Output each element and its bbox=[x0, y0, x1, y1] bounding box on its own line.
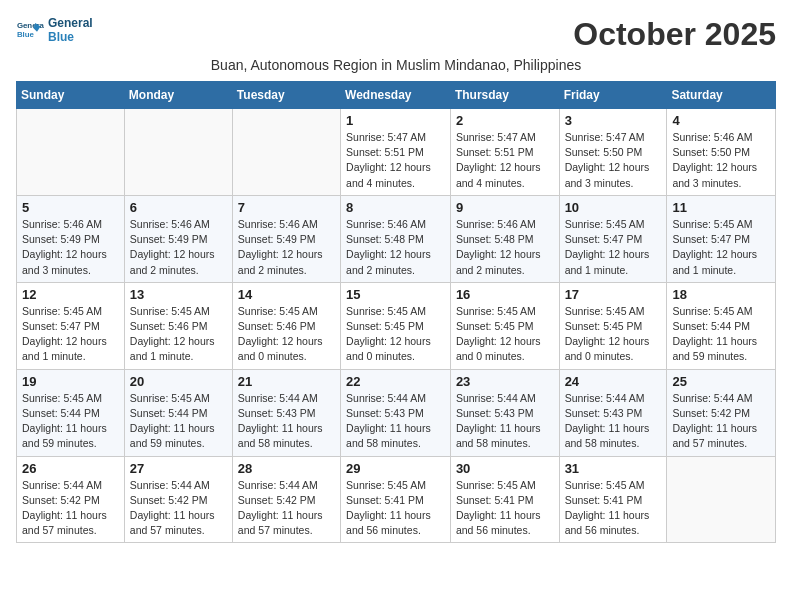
weekday-header-thursday: Thursday bbox=[450, 82, 559, 109]
day-number: 11 bbox=[672, 200, 770, 215]
day-info: Sunrise: 5:44 AMSunset: 5:42 PMDaylight:… bbox=[22, 478, 119, 539]
calendar-cell: 30Sunrise: 5:45 AMSunset: 5:41 PMDayligh… bbox=[450, 456, 559, 543]
calendar-cell: 23Sunrise: 5:44 AMSunset: 5:43 PMDayligh… bbox=[450, 369, 559, 456]
day-info: Sunrise: 5:46 AMSunset: 5:49 PMDaylight:… bbox=[130, 217, 227, 278]
day-number: 17 bbox=[565, 287, 662, 302]
calendar-table: SundayMondayTuesdayWednesdayThursdayFrid… bbox=[16, 81, 776, 543]
calendar-week-4: 19Sunrise: 5:45 AMSunset: 5:44 PMDayligh… bbox=[17, 369, 776, 456]
day-info: Sunrise: 5:45 AMSunset: 5:45 PMDaylight:… bbox=[346, 304, 445, 365]
weekday-header-tuesday: Tuesday bbox=[232, 82, 340, 109]
day-info: Sunrise: 5:44 AMSunset: 5:43 PMDaylight:… bbox=[456, 391, 554, 452]
calendar-cell: 7Sunrise: 5:46 AMSunset: 5:49 PMDaylight… bbox=[232, 195, 340, 282]
calendar-week-3: 12Sunrise: 5:45 AMSunset: 5:47 PMDayligh… bbox=[17, 282, 776, 369]
day-number: 2 bbox=[456, 113, 554, 128]
calendar-cell: 22Sunrise: 5:44 AMSunset: 5:43 PMDayligh… bbox=[341, 369, 451, 456]
day-info: Sunrise: 5:47 AMSunset: 5:50 PMDaylight:… bbox=[565, 130, 662, 191]
calendar-cell: 2Sunrise: 5:47 AMSunset: 5:51 PMDaylight… bbox=[450, 109, 559, 196]
day-info: Sunrise: 5:46 AMSunset: 5:48 PMDaylight:… bbox=[346, 217, 445, 278]
day-number: 7 bbox=[238, 200, 335, 215]
calendar-cell: 18Sunrise: 5:45 AMSunset: 5:44 PMDayligh… bbox=[667, 282, 776, 369]
calendar-cell: 27Sunrise: 5:44 AMSunset: 5:42 PMDayligh… bbox=[124, 456, 232, 543]
day-info: Sunrise: 5:45 AMSunset: 5:44 PMDaylight:… bbox=[22, 391, 119, 452]
calendar-cell bbox=[232, 109, 340, 196]
calendar-week-5: 26Sunrise: 5:44 AMSunset: 5:42 PMDayligh… bbox=[17, 456, 776, 543]
day-number: 9 bbox=[456, 200, 554, 215]
weekday-header-friday: Friday bbox=[559, 82, 667, 109]
day-info: Sunrise: 5:47 AMSunset: 5:51 PMDaylight:… bbox=[346, 130, 445, 191]
calendar-cell: 12Sunrise: 5:45 AMSunset: 5:47 PMDayligh… bbox=[17, 282, 125, 369]
day-number: 25 bbox=[672, 374, 770, 389]
day-info: Sunrise: 5:46 AMSunset: 5:48 PMDaylight:… bbox=[456, 217, 554, 278]
calendar-cell: 28Sunrise: 5:44 AMSunset: 5:42 PMDayligh… bbox=[232, 456, 340, 543]
calendar-header-row: SundayMondayTuesdayWednesdayThursdayFrid… bbox=[17, 82, 776, 109]
day-number: 16 bbox=[456, 287, 554, 302]
calendar-cell: 17Sunrise: 5:45 AMSunset: 5:45 PMDayligh… bbox=[559, 282, 667, 369]
calendar-body: 1Sunrise: 5:47 AMSunset: 5:51 PMDaylight… bbox=[17, 109, 776, 543]
calendar-cell: 25Sunrise: 5:44 AMSunset: 5:42 PMDayligh… bbox=[667, 369, 776, 456]
day-number: 15 bbox=[346, 287, 445, 302]
day-number: 28 bbox=[238, 461, 335, 476]
day-info: Sunrise: 5:44 AMSunset: 5:42 PMDaylight:… bbox=[672, 391, 770, 452]
day-info: Sunrise: 5:45 AMSunset: 5:44 PMDaylight:… bbox=[672, 304, 770, 365]
day-number: 30 bbox=[456, 461, 554, 476]
day-number: 20 bbox=[130, 374, 227, 389]
calendar-cell: 24Sunrise: 5:44 AMSunset: 5:43 PMDayligh… bbox=[559, 369, 667, 456]
logo-icon: General Blue bbox=[16, 16, 44, 44]
logo-blue: Blue bbox=[48, 30, 93, 44]
day-number: 23 bbox=[456, 374, 554, 389]
subtitle: Buan, Autonomous Region in Muslim Mindan… bbox=[16, 57, 776, 73]
calendar-cell: 20Sunrise: 5:45 AMSunset: 5:44 PMDayligh… bbox=[124, 369, 232, 456]
weekday-header-monday: Monday bbox=[124, 82, 232, 109]
day-number: 19 bbox=[22, 374, 119, 389]
weekday-header-wednesday: Wednesday bbox=[341, 82, 451, 109]
calendar-week-2: 5Sunrise: 5:46 AMSunset: 5:49 PMDaylight… bbox=[17, 195, 776, 282]
day-info: Sunrise: 5:45 AMSunset: 5:47 PMDaylight:… bbox=[22, 304, 119, 365]
day-info: Sunrise: 5:45 AMSunset: 5:44 PMDaylight:… bbox=[130, 391, 227, 452]
day-info: Sunrise: 5:45 AMSunset: 5:41 PMDaylight:… bbox=[346, 478, 445, 539]
calendar-cell: 21Sunrise: 5:44 AMSunset: 5:43 PMDayligh… bbox=[232, 369, 340, 456]
calendar-cell bbox=[667, 456, 776, 543]
day-number: 21 bbox=[238, 374, 335, 389]
day-number: 18 bbox=[672, 287, 770, 302]
calendar-cell: 6Sunrise: 5:46 AMSunset: 5:49 PMDaylight… bbox=[124, 195, 232, 282]
day-number: 26 bbox=[22, 461, 119, 476]
day-number: 5 bbox=[22, 200, 119, 215]
day-info: Sunrise: 5:44 AMSunset: 5:43 PMDaylight:… bbox=[565, 391, 662, 452]
day-info: Sunrise: 5:45 AMSunset: 5:46 PMDaylight:… bbox=[238, 304, 335, 365]
day-info: Sunrise: 5:45 AMSunset: 5:46 PMDaylight:… bbox=[130, 304, 227, 365]
day-info: Sunrise: 5:46 AMSunset: 5:49 PMDaylight:… bbox=[22, 217, 119, 278]
day-number: 29 bbox=[346, 461, 445, 476]
day-number: 4 bbox=[672, 113, 770, 128]
day-number: 27 bbox=[130, 461, 227, 476]
weekday-header-sunday: Sunday bbox=[17, 82, 125, 109]
calendar-cell bbox=[17, 109, 125, 196]
calendar-cell: 4Sunrise: 5:46 AMSunset: 5:50 PMDaylight… bbox=[667, 109, 776, 196]
day-number: 12 bbox=[22, 287, 119, 302]
day-info: Sunrise: 5:44 AMSunset: 5:43 PMDaylight:… bbox=[346, 391, 445, 452]
day-info: Sunrise: 5:45 AMSunset: 5:41 PMDaylight:… bbox=[565, 478, 662, 539]
day-number: 3 bbox=[565, 113, 662, 128]
day-info: Sunrise: 5:47 AMSunset: 5:51 PMDaylight:… bbox=[456, 130, 554, 191]
day-info: Sunrise: 5:45 AMSunset: 5:47 PMDaylight:… bbox=[672, 217, 770, 278]
day-info: Sunrise: 5:45 AMSunset: 5:47 PMDaylight:… bbox=[565, 217, 662, 278]
calendar-cell: 29Sunrise: 5:45 AMSunset: 5:41 PMDayligh… bbox=[341, 456, 451, 543]
svg-text:General: General bbox=[17, 21, 44, 30]
calendar-cell: 15Sunrise: 5:45 AMSunset: 5:45 PMDayligh… bbox=[341, 282, 451, 369]
calendar-week-1: 1Sunrise: 5:47 AMSunset: 5:51 PMDaylight… bbox=[17, 109, 776, 196]
calendar-cell: 11Sunrise: 5:45 AMSunset: 5:47 PMDayligh… bbox=[667, 195, 776, 282]
day-number: 8 bbox=[346, 200, 445, 215]
day-number: 31 bbox=[565, 461, 662, 476]
day-number: 24 bbox=[565, 374, 662, 389]
day-number: 13 bbox=[130, 287, 227, 302]
calendar-cell: 9Sunrise: 5:46 AMSunset: 5:48 PMDaylight… bbox=[450, 195, 559, 282]
calendar-cell: 19Sunrise: 5:45 AMSunset: 5:44 PMDayligh… bbox=[17, 369, 125, 456]
day-info: Sunrise: 5:45 AMSunset: 5:45 PMDaylight:… bbox=[565, 304, 662, 365]
day-info: Sunrise: 5:46 AMSunset: 5:49 PMDaylight:… bbox=[238, 217, 335, 278]
calendar-cell: 31Sunrise: 5:45 AMSunset: 5:41 PMDayligh… bbox=[559, 456, 667, 543]
day-number: 6 bbox=[130, 200, 227, 215]
day-info: Sunrise: 5:44 AMSunset: 5:42 PMDaylight:… bbox=[130, 478, 227, 539]
day-info: Sunrise: 5:44 AMSunset: 5:42 PMDaylight:… bbox=[238, 478, 335, 539]
month-title: October 2025 bbox=[573, 16, 776, 53]
day-info: Sunrise: 5:44 AMSunset: 5:43 PMDaylight:… bbox=[238, 391, 335, 452]
day-number: 14 bbox=[238, 287, 335, 302]
